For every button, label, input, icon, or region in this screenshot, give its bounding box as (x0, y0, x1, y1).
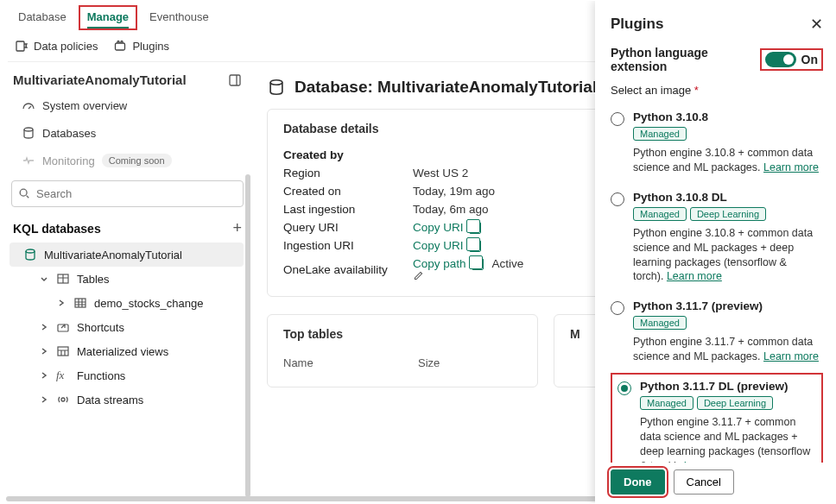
query-uri-label: Query URI (283, 221, 413, 234)
tree-shortcuts[interactable]: Shortcuts (10, 315, 244, 339)
radio-icon[interactable] (618, 381, 631, 395)
done-button[interactable]: Done (611, 469, 665, 495)
top-tables-panel: Top tables Name Size (267, 314, 538, 387)
chevron-right-icon (39, 394, 49, 405)
onelake-label: OneLake availability (283, 263, 413, 276)
option-desc: Python engine 3.11.7 + common data scien… (633, 335, 820, 364)
close-icon[interactable]: ✕ (810, 15, 823, 34)
tree-functions[interactable]: fx Functions (10, 363, 244, 387)
table-icon (73, 296, 87, 310)
option-title: Python 3.10.8 (633, 110, 820, 123)
tree-data-streams[interactable]: Data streams (10, 387, 244, 412)
image-option-3[interactable]: Python 3.11.7 DL (preview)ManagedDeep Le… (611, 373, 823, 463)
radio-icon[interactable] (611, 192, 624, 206)
svg-point-10 (61, 398, 65, 401)
badge: Managed (633, 207, 687, 221)
option-title: Python 3.11.7 DL (preview) (640, 380, 816, 393)
tab-eventhouse[interactable]: Eventhouse (141, 5, 218, 30)
nav-system-overview[interactable]: System overview (10, 92, 245, 118)
created-on-label: Created on (283, 185, 413, 198)
tab-manage[interactable]: Manage (79, 5, 137, 30)
database-icon (267, 78, 286, 97)
image-options: Python 3.10.8ManagedPython engine 3.10.8… (611, 104, 823, 463)
toggle-state: On (801, 53, 818, 66)
chevron-right-icon (39, 322, 49, 332)
option-badges: Managed (633, 316, 820, 330)
option-title: Python 3.11.7 (preview) (633, 299, 820, 312)
copy-onelake-path-button[interactable]: Copy path (413, 257, 484, 270)
panel-title: Top tables (283, 327, 522, 341)
option-title: Python 3.10.8 DL (633, 191, 820, 204)
plugins-flyout: Plugins ✕ Python language extension On S… (595, 1, 835, 504)
ingestion-uri-label: Ingestion URI (283, 239, 413, 252)
database-icon (23, 248, 37, 261)
radio-icon[interactable] (611, 301, 624, 315)
add-database-button[interactable]: + (232, 219, 242, 237)
svg-rect-9 (58, 347, 68, 356)
nav-monitoring: Monitoring Coming soon (10, 148, 245, 173)
radio-icon[interactable] (611, 112, 624, 126)
svg-rect-1 (116, 43, 125, 50)
col-name: Name (283, 356, 418, 369)
cancel-button[interactable]: Cancel (674, 469, 734, 495)
copy-ingestion-uri-button[interactable]: Copy URI (413, 239, 481, 252)
image-option-1[interactable]: Python 3.10.8 DLManagedDeep LearningPyth… (611, 184, 823, 293)
coming-soon-badge: Coming soon (102, 154, 172, 167)
tree-db[interactable]: MultivariateAnomalyTutorial (10, 243, 244, 267)
copy-query-uri-button[interactable]: Copy URI (413, 221, 481, 234)
learn-more-link[interactable]: Learn more (667, 270, 722, 282)
database-icon (22, 126, 35, 140)
image-option-2[interactable]: Python 3.11.7 (preview)ManagedPython eng… (611, 293, 823, 373)
matview-icon (56, 344, 70, 358)
nav-label: System overview (42, 99, 127, 112)
stream-icon (56, 393, 70, 406)
svg-rect-2 (230, 75, 240, 85)
expand-icon[interactable] (228, 73, 242, 87)
col-size: Size (418, 356, 522, 369)
plugins-icon (113, 39, 127, 53)
data-policies-button[interactable]: Data policies (15, 39, 98, 53)
search-input[interactable] (11, 180, 244, 207)
tree-label: Tables (77, 273, 110, 286)
created-by-label: Created by (283, 148, 413, 161)
copy-icon (472, 258, 484, 270)
learn-more-link[interactable]: Learn more (763, 161, 819, 173)
extension-toggle[interactable] (765, 52, 796, 67)
data-policies-icon (15, 39, 28, 53)
table-icon (56, 272, 70, 286)
option-badges: ManagedDeep Learning (633, 207, 820, 221)
tree-label: Materialized views (77, 345, 168, 358)
plugins-button[interactable]: Plugins (113, 39, 169, 53)
svg-rect-0 (16, 41, 24, 51)
option-desc: Python engine 3.10.8 + common data scien… (633, 226, 820, 285)
tree-label: MultivariateAnomalyTutorial (44, 249, 182, 261)
chevron-right-icon (56, 298, 66, 308)
sidebar-scrollbar[interactable] (245, 174, 250, 497)
svg-point-5 (26, 249, 35, 253)
chevron-right-icon (39, 346, 49, 356)
copy-icon (469, 222, 481, 234)
tree-label: Shortcuts (77, 321, 124, 334)
kql-section-title: KQL databases (13, 222, 101, 236)
tab-database[interactable]: Database (10, 5, 75, 30)
svg-point-3 (24, 128, 33, 131)
sidebar: MultivariateAnomalyTutorial System overv… (1, 62, 251, 504)
badge: Managed (633, 127, 687, 141)
option-desc: Python engine 3.10.8 + common data scien… (633, 146, 820, 175)
last-ingestion-label: Last ingestion (283, 203, 413, 216)
tree-table-demo-stocks[interactable]: demo_stocks_change (10, 291, 244, 315)
tree-tables[interactable]: Tables (10, 267, 244, 291)
plugins-label: Plugins (132, 40, 169, 53)
svg-rect-7 (75, 299, 86, 307)
image-option-0[interactable]: Python 3.10.8ManagedPython engine 3.10.8… (611, 104, 823, 184)
edit-icon[interactable] (413, 270, 527, 281)
option-badges: ManagedDeep Learning (640, 396, 816, 410)
select-image-label: Select an image (611, 84, 691, 97)
function-icon: fx (56, 369, 70, 382)
learn-more-link[interactable]: Learn more (763, 350, 819, 362)
svg-point-11 (270, 80, 282, 85)
page-title: Database: MultivariateAnomalyTutorial (294, 78, 597, 97)
extension-label: Python language extension (611, 46, 760, 73)
nav-databases[interactable]: Databases (10, 120, 245, 146)
tree-materialized-views[interactable]: Materialized views (10, 339, 244, 363)
